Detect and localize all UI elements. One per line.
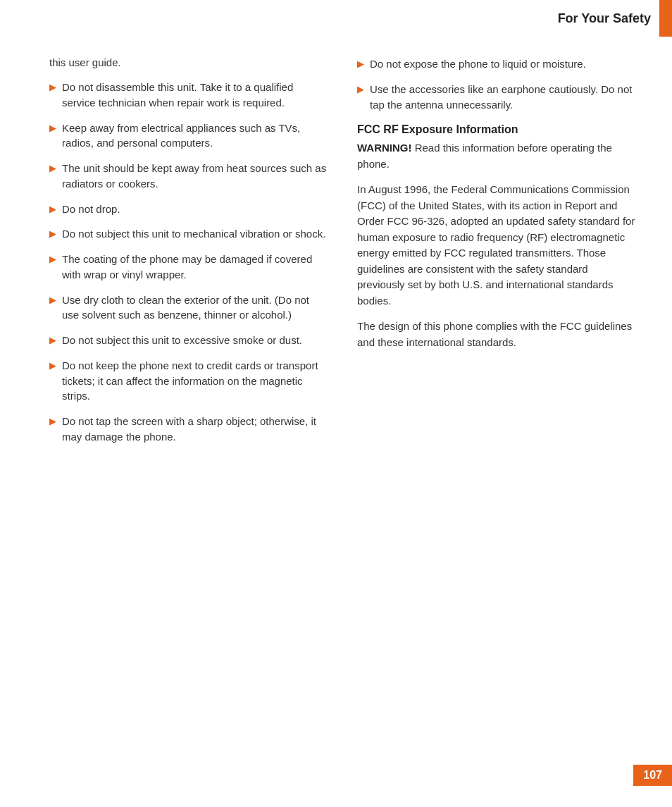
bullet-arrow-icon: ▶ bbox=[357, 83, 364, 97]
list-item: ▶ Do not keep the phone next to credit c… bbox=[49, 358, 329, 404]
header-accent-bar bbox=[659, 0, 672, 37]
list-item: ▶ The unit should be kept away from heat… bbox=[49, 161, 329, 192]
bullet-text: Do not tap the screen with a sharp objec… bbox=[62, 414, 329, 445]
page-number: 107 bbox=[633, 765, 672, 786]
bullet-text: Use the accessories like an earphone cau… bbox=[370, 82, 637, 113]
bullet-arrow-icon: ▶ bbox=[49, 253, 56, 266]
page-header: For Your Safety bbox=[558, 0, 672, 37]
bullet-text: Do not expose the phone to liquid or moi… bbox=[370, 56, 637, 72]
list-item: ▶ Do not expose the phone to liquid or m… bbox=[357, 56, 637, 72]
fcc-paragraph-1: In August 1996, the Federal Communicatio… bbox=[357, 182, 637, 309]
bullet-arrow-icon: ▶ bbox=[49, 81, 56, 94]
bullet-text: Keep away from electrical appliances suc… bbox=[62, 121, 329, 152]
list-item: ▶ Use dry cloth to clean the exterior of… bbox=[49, 292, 329, 324]
left-column: this user guide. ▶ Do not disassemble th… bbox=[49, 56, 329, 455]
list-item: ▶ Do not disassemble this unit. Take it … bbox=[49, 80, 329, 111]
fcc-section-title: FCC RF Exposure Information bbox=[357, 123, 637, 136]
bullet-text: Do not disassemble this unit. Take it to… bbox=[62, 80, 329, 111]
intro-text: this user guide. bbox=[49, 56, 329, 68]
main-content: this user guide. ▶ Do not disassemble th… bbox=[0, 0, 672, 511]
bullet-arrow-icon: ▶ bbox=[49, 294, 56, 307]
bullet-text: Do not subject this unit to excessive sm… bbox=[62, 333, 329, 348]
header-title: For Your Safety bbox=[558, 0, 659, 37]
list-item: ▶ The coating of the phone may be damage… bbox=[49, 252, 329, 283]
list-item: ▶ Do not subject this unit to mechanical… bbox=[49, 226, 329, 242]
list-item: ▶ Do not subject this unit to excessive … bbox=[49, 333, 329, 348]
list-item: ▶ Keep away from electrical appliances s… bbox=[49, 121, 329, 152]
bullet-text: The coating of the phone may be damaged … bbox=[62, 252, 329, 283]
list-item: ▶ Do not drop. bbox=[49, 202, 329, 217]
bullet-arrow-icon: ▶ bbox=[49, 228, 56, 241]
warning-label: WARNING! bbox=[357, 142, 412, 154]
fcc-warning-intro: WARNING! Read this information before op… bbox=[357, 140, 637, 172]
bullet-text: Do not subject this unit to mechanical v… bbox=[62, 226, 329, 242]
bullet-arrow-icon: ▶ bbox=[49, 203, 56, 216]
fcc-paragraph-2: The design of this phone complies with t… bbox=[357, 319, 637, 350]
bullet-arrow-icon: ▶ bbox=[49, 415, 56, 429]
bullet-arrow-icon: ▶ bbox=[49, 359, 56, 373]
fcc-section: FCC RF Exposure Information WARNING! Rea… bbox=[357, 123, 637, 350]
list-item: ▶ Use the accessories like an earphone c… bbox=[357, 82, 637, 113]
bullet-arrow-icon: ▶ bbox=[49, 122, 56, 135]
list-item: ▶ Do not tap the screen with a sharp obj… bbox=[49, 414, 329, 445]
bullet-arrow-icon: ▶ bbox=[357, 58, 364, 71]
bullet-arrow-icon: ▶ bbox=[49, 334, 56, 347]
bullet-text: The unit should be kept away from heat s… bbox=[62, 161, 329, 192]
left-bullet-list: ▶ Do not disassemble this unit. Take it … bbox=[49, 80, 329, 445]
right-column: ▶ Do not expose the phone to liquid or m… bbox=[357, 56, 637, 455]
bullet-text: Do not keep the phone next to credit car… bbox=[62, 358, 329, 404]
bullet-arrow-icon: ▶ bbox=[49, 162, 56, 175]
right-bullet-list: ▶ Do not expose the phone to liquid or m… bbox=[357, 56, 637, 112]
bullet-text: Use dry cloth to clean the exterior of t… bbox=[62, 292, 329, 324]
bullet-text: Do not drop. bbox=[62, 202, 329, 217]
